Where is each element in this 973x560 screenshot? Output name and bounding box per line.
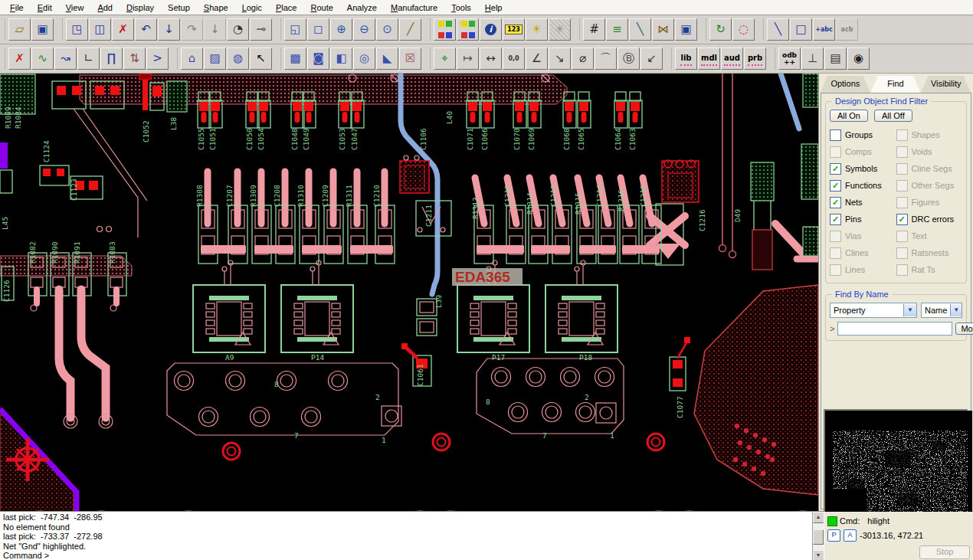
- scroll-up-icon[interactable]: ▲: [813, 512, 824, 523]
- swap-symbol-button[interactable]: ↻: [709, 18, 732, 41]
- show-element-button[interactable]: i: [480, 18, 502, 41]
- highlight-pick-button[interactable]: ◌: [732, 18, 755, 41]
- grid-toggle-button[interactable]: #: [583, 18, 605, 41]
- constraints-button[interactable]: ⋈: [652, 18, 674, 41]
- shape-select-poly-button[interactable]: ▩: [284, 47, 306, 70]
- chevron-down-icon[interactable]: ▼: [903, 304, 916, 316]
- menu-analyze[interactable]: Analyze: [340, 2, 384, 14]
- filter-nets[interactable]: ✓Nets: [830, 194, 896, 211]
- dim-pointer-button[interactable]: ↦: [457, 47, 479, 70]
- shape-rect-button[interactable]: ▨: [204, 47, 226, 70]
- all-off-button[interactable]: All Off: [874, 110, 912, 122]
- file-open-button[interactable]: ▱: [8, 18, 31, 41]
- zoom-fit-button[interactable]: ◻: [307, 18, 329, 41]
- zoom-previous-button[interactable]: ⊙: [376, 18, 398, 41]
- redraw-button[interactable]: ╱: [399, 18, 421, 41]
- pick-mode-button[interactable]: P: [827, 529, 840, 542]
- shape-half-button[interactable]: ◧: [330, 47, 352, 70]
- find-name-input[interactable]: [837, 322, 952, 336]
- delete-button[interactable]: ✗: [112, 18, 134, 41]
- audit-mdl-button[interactable]: mdl: [698, 47, 720, 70]
- meander-button[interactable]: ∏: [100, 47, 123, 70]
- unrats-all-button[interactable]: ✗: [8, 47, 31, 70]
- find-input-expander[interactable]: >: [830, 324, 834, 333]
- tab-options[interactable]: Options: [821, 76, 870, 93]
- shape-outline-button[interactable]: ▣: [675, 18, 697, 41]
- ncdrill-button[interactable]: ⊥: [801, 47, 824, 70]
- filter-drc-errors[interactable]: ✓DRC errors: [896, 211, 963, 228]
- add-rect-button[interactable]: □: [790, 18, 812, 41]
- drill-table-button[interactable]: ▤: [824, 47, 847, 70]
- menu-file[interactable]: File: [3, 2, 31, 14]
- odb-export-button[interactable]: odb ++: [778, 47, 801, 70]
- tab-visibility[interactable]: Visibility: [921, 76, 971, 93]
- menu-display[interactable]: Display: [120, 2, 161, 14]
- filter-pins[interactable]: ✓Pins: [830, 211, 896, 228]
- dim-datum-button[interactable]: 0,0: [503, 47, 525, 70]
- color192-button[interactable]: [434, 18, 456, 41]
- dim-radius-button[interactable]: ⌒: [595, 47, 617, 70]
- menu-setup[interactable]: Setup: [161, 2, 197, 14]
- copy-button[interactable]: ◫: [89, 18, 111, 41]
- menu-tools[interactable]: Tools: [444, 2, 478, 14]
- filter-functions[interactable]: ✓Functions: [830, 177, 896, 194]
- audit-aud-button[interactable]: aud: [721, 47, 743, 70]
- shape-select-rect-button[interactable]: ◙: [307, 47, 329, 70]
- more-button[interactable]: More...: [955, 323, 973, 335]
- undo-button[interactable]: ↶: [135, 18, 157, 41]
- zoom-points-button[interactable]: ◱: [284, 18, 306, 41]
- filter-symbols[interactable]: ✓Symbols: [830, 160, 896, 177]
- add-text-button[interactable]: +abc: [813, 18, 835, 41]
- shape-circle-button[interactable]: ◍: [227, 47, 249, 70]
- absolute-coords-button[interactable]: A: [844, 529, 857, 542]
- dim-balloon-button[interactable]: Ⓑ: [618, 47, 640, 70]
- add-line-button[interactable]: ╲: [767, 18, 789, 41]
- place-manual-button[interactable]: ⌖: [434, 47, 456, 70]
- xsection-button[interactable]: ≡: [606, 18, 628, 41]
- menu-edit[interactable]: Edit: [31, 2, 59, 14]
- menu-shape[interactable]: Shape: [197, 2, 235, 14]
- delay-tune-button[interactable]: ∟: [77, 47, 100, 70]
- file-save-button[interactable]: ▣: [31, 18, 54, 41]
- shape-polygon-button[interactable]: ⌂: [181, 47, 203, 70]
- color-priority-button[interactable]: [457, 18, 479, 41]
- highlight-button[interactable]: ☀: [526, 18, 548, 41]
- tab-find[interactable]: Find: [871, 76, 921, 93]
- dim-diameter-button[interactable]: ⌀: [572, 47, 594, 70]
- add-connect-button[interactable]: ↝: [54, 47, 77, 70]
- menu-logic[interactable]: Logic: [235, 2, 269, 14]
- audit-prb-button[interactable]: prb: [744, 47, 766, 70]
- pcb-canvas[interactable]: EDA365 C1055C1051C1050C1054C1048C1049C10…: [0, 74, 818, 511]
- dim-linear-button[interactable]: ↔: [480, 47, 502, 70]
- show-measure-button[interactable]: 123: [503, 18, 525, 41]
- dim-leader-button[interactable]: ↘: [549, 47, 571, 70]
- menu-manufacture[interactable]: Manufacture: [384, 2, 444, 14]
- color-visibility-button[interactable]: ╲: [629, 18, 651, 41]
- console-scrollbar[interactable]: ▲ ▼: [813, 512, 824, 560]
- menu-help[interactable]: Help: [478, 2, 509, 14]
- rats-all-button[interactable]: ∿: [31, 47, 54, 70]
- undo-commit-button[interactable]: ↓: [158, 18, 180, 41]
- menu-view[interactable]: View: [59, 2, 91, 14]
- menu-route[interactable]: Route: [303, 2, 339, 14]
- void-delete-button[interactable]: ☒: [399, 47, 421, 70]
- find-type-select[interactable]: Property ▼: [830, 303, 917, 318]
- shape-void-button[interactable]: ◎: [353, 47, 375, 70]
- find-scope-select[interactable]: Name ▼: [921, 303, 962, 318]
- scroll-down-icon[interactable]: ▼: [813, 550, 824, 560]
- menu-add[interactable]: Add: [90, 2, 120, 14]
- artwork-camera-button[interactable]: ◉: [847, 47, 870, 70]
- chevron-down-icon[interactable]: ▼: [950, 304, 962, 316]
- edit-vertex-button[interactable]: >: [146, 47, 169, 70]
- filter-groups[interactable]: Groups: [830, 126, 896, 143]
- select-button[interactable]: ↖: [250, 47, 272, 70]
- move-button[interactable]: ◳: [66, 18, 88, 41]
- zoom-out-button[interactable]: ⊖: [353, 18, 375, 41]
- dim-angular-button[interactable]: ∠: [526, 47, 548, 70]
- shape-shade-button[interactable]: ◣: [376, 47, 398, 70]
- menu-place[interactable]: Place: [269, 2, 304, 14]
- dehighlight-button[interactable]: ☀: [549, 18, 571, 41]
- all-on-button[interactable]: All On: [830, 110, 868, 122]
- oops-button[interactable]: ◔: [227, 18, 249, 41]
- zoom-in-button[interactable]: ⊕: [330, 18, 352, 41]
